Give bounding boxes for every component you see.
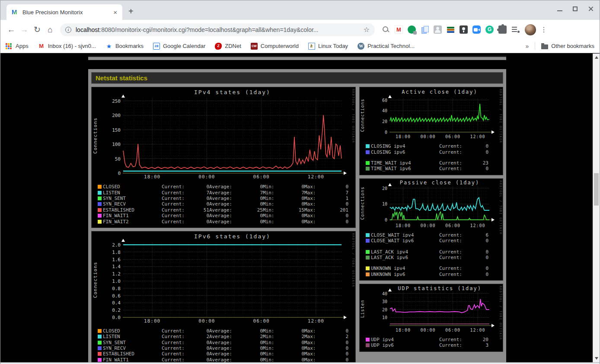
svg-text:1.6: 1.6 — [112, 256, 121, 262]
svg-text:20: 20 — [382, 186, 387, 190]
chart-frame-active: 020406018:0000:0006:0012:00Active close … — [359, 87, 503, 175]
svg-text:18:00: 18:00 — [144, 174, 160, 180]
svg-text:Connections: Connections — [93, 262, 98, 298]
window-close-icon[interactable] — [588, 6, 594, 12]
svg-text:Active close (1day): Active close (1day) — [402, 89, 477, 95]
bookmarks-overflow-icon[interactable]: » — [526, 43, 529, 50]
svg-text:IPv6 states (1day): IPv6 states (1day) — [194, 233, 271, 240]
tab-strip: M Blue Precision Monitorix × + — [0, 0, 600, 20]
site-info-icon[interactable]: i — [65, 27, 71, 33]
bookmark-item[interactable]: ★ Bookmarks — [105, 43, 144, 50]
reload-icon[interactable]: ↻ — [31, 25, 44, 35]
svg-text:2.0: 2.0 — [112, 242, 121, 248]
svg-text:Connections: Connections — [360, 98, 365, 132]
new-tab-button[interactable]: + — [128, 6, 134, 16]
chart-legend: CLOSEDCurrent:0Average:0Min:0Max:0LISTEN… — [98, 184, 355, 225]
window-maximize-icon[interactable] — [573, 6, 578, 11]
svg-text:Listen: Listen — [360, 300, 365, 318]
svg-text:06:00: 06:00 — [253, 318, 270, 324]
bookmark-item[interactable]: W Practical Technol... — [357, 43, 415, 50]
scroll-down-icon[interactable] — [595, 357, 598, 360]
svg-text:0.6: 0.6 — [112, 293, 121, 298]
section-title: Netstat statistics — [91, 72, 503, 84]
monitorix-favicon-icon: M — [12, 9, 19, 16]
chart-legend: CLOSING ipv4Current:0CLOSING ipv6Current… — [366, 143, 503, 172]
legend-swatch — [366, 266, 370, 270]
legend-row: ESTABLISHEDCurrent:51Average:25Min:15Max… — [98, 207, 355, 213]
legend-swatch — [98, 191, 102, 195]
chart-frame-ipv4: 05010015020025018:0000:0006:0012:00IPv4 … — [91, 87, 356, 228]
linux-today-icon: lt — [308, 43, 315, 50]
legend-row: TIME_WAIT ipv4Current:23 — [366, 160, 503, 166]
svg-text:1.2: 1.2 — [112, 271, 121, 277]
books-extension-icon[interactable] — [447, 25, 455, 34]
svg-text:20: 20 — [382, 307, 387, 312]
reader-extension-icon[interactable] — [460, 25, 468, 34]
svg-text:00:00: 00:00 — [198, 174, 215, 180]
bookmark-item[interactable]: 28 Google Calendar — [153, 43, 205, 50]
zdnet-icon: Z — [215, 43, 222, 50]
svg-text:40: 40 — [382, 108, 387, 113]
folder-icon — [541, 44, 548, 49]
window-bottom-edge — [0, 362, 600, 364]
url-text[interactable]: localhost:8080/monitorix-cgi/monitorix.c… — [76, 26, 360, 33]
grammarly-extension-icon[interactable]: G — [485, 25, 494, 34]
other-bookmarks-button[interactable]: Other bookmarks — [541, 43, 594, 49]
tab-close-icon[interactable]: × — [112, 9, 119, 16]
legend-swatch — [98, 220, 102, 224]
session-buddy-extension-icon[interactable] — [434, 25, 442, 34]
legend-row: LISTENCurrent:2Average:2Min:2Max:2 — [98, 334, 355, 339]
rrdtool-watermark: RRDTOOL / TOBI OETIKER — [351, 89, 355, 143]
forward-icon[interactable]: → — [18, 25, 31, 35]
svg-text:1.0: 1.0 — [112, 279, 121, 284]
gmail-extension-icon[interactable]: M — [395, 25, 403, 34]
svg-text:10: 10 — [382, 202, 387, 206]
bookmark-item[interactable]: Z ZDNet — [215, 43, 241, 50]
home-icon[interactable]: ⌂ — [44, 25, 57, 35]
svg-text:Passive close (1day): Passive close (1day) — [400, 180, 480, 186]
zoom-extension-icon[interactable] — [472, 25, 481, 34]
profile-avatar[interactable] — [525, 24, 536, 35]
voice-extension-icon[interactable] — [408, 25, 416, 34]
legend-row: LISTENCurrent:7Average:7Min:7Max:7 — [98, 190, 355, 195]
legend-swatch — [98, 196, 102, 200]
svg-text:06:00: 06:00 — [445, 223, 460, 228]
back-icon[interactable]: ← — [5, 25, 18, 35]
legend-swatch — [366, 161, 370, 165]
page-scrollbar[interactable] — [593, 54, 600, 362]
svg-text:0.8: 0.8 — [112, 285, 121, 291]
svg-text:18:00: 18:00 — [396, 223, 411, 228]
bookmark-item[interactable]: lt Linux Today — [308, 43, 348, 50]
copy-pages-extension-icon[interactable] — [421, 25, 429, 34]
legend-row: CLOSE_WAIT ipv6Current:0 — [366, 238, 503, 244]
bookmark-item[interactable]: M Inbox (16) - sjvn0... — [38, 43, 96, 50]
bookmark-item[interactable]: CW Computerworld — [251, 43, 299, 50]
svg-text:18:00: 18:00 — [396, 328, 411, 332]
playlist-extension-icon[interactable] — [511, 25, 520, 34]
window-minimize-icon[interactable] — [557, 10, 562, 11]
bookmark-item[interactable]: Apps — [6, 43, 29, 50]
svg-text:IPv4 states (1day): IPv4 states (1day) — [194, 89, 271, 95]
extensions-puzzle-icon[interactable] — [498, 25, 507, 34]
legend-swatch — [366, 272, 370, 276]
legend-swatch — [366, 256, 370, 260]
browser-tab[interactable]: M Blue Precision Monitorix × — [6, 4, 122, 20]
url-bar[interactable]: i localhost:8080/monitorix-cgi/monitorix… — [60, 23, 375, 36]
scrollbar-thumb[interactable] — [594, 173, 599, 206]
search-extension-icon[interactable] — [382, 25, 390, 34]
star-blue-icon: ★ — [105, 43, 112, 50]
svg-text:40: 40 — [382, 291, 387, 296]
chart-frame-udp: 1020304018:0000:0006:0012:00UDP statisti… — [359, 284, 503, 352]
browser-menu-icon[interactable]: ⋮ — [540, 25, 547, 34]
chart-frame-ipv6: 0.00.20.40.60.81.01.21.41.61.82.018:0000… — [91, 231, 356, 362]
scroll-up-icon[interactable] — [595, 56, 598, 59]
legend-swatch — [366, 144, 370, 148]
legend-swatch — [366, 233, 370, 237]
svg-text:12:00: 12:00 — [470, 328, 485, 332]
gmail-icon: M — [38, 43, 45, 50]
legend-row: SYN_SENTCurrent:0Average:0Min:0Max:0 — [98, 340, 355, 345]
bookmark-star-icon[interactable]: ☆ — [364, 25, 370, 34]
rrdtool-watermark: RRDTOOL / TOBI OETIKER — [351, 233, 355, 288]
legend-row: CLOSE_WAIT ipv4Current:6 — [366, 232, 503, 238]
legend-row: CLOSEDCurrent:0Average:0Min:0Max:0 — [98, 184, 355, 190]
